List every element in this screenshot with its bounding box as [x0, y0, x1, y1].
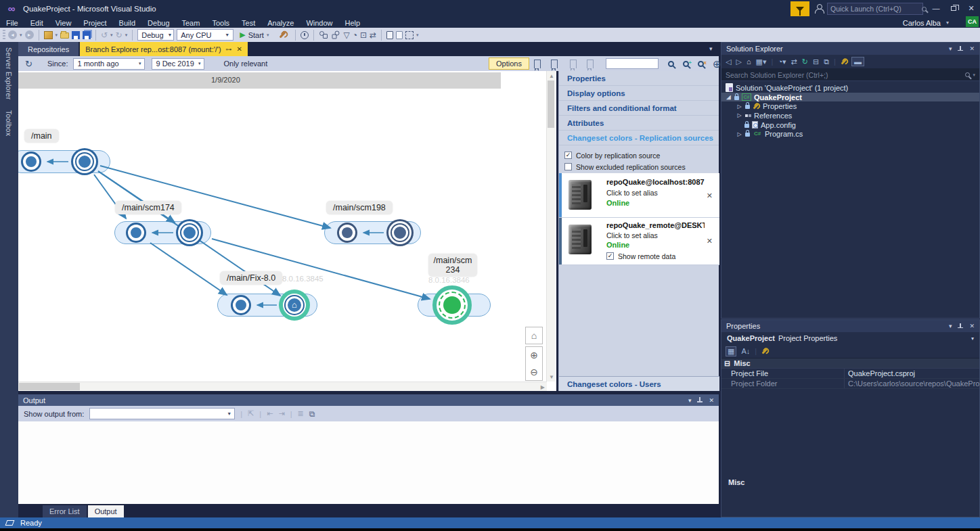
solution-platform-dropdown[interactable]: Any CPU▼ — [177, 29, 233, 41]
scroll-up-icon[interactable]: ▲ — [549, 73, 554, 79]
panel-link-filters[interactable]: Filters and conditional format — [559, 101, 719, 116]
sync-selection-icon[interactable]: ⇄ — [791, 57, 797, 66]
menu-window[interactable]: Window — [300, 19, 338, 27]
menu-test[interactable]: Test — [236, 19, 261, 27]
tab-output[interactable]: Output — [88, 505, 124, 517]
feedback-icon[interactable] — [814, 4, 824, 13]
new-project-icon[interactable] — [44, 31, 53, 39]
menu-debug[interactable]: Debug — [141, 19, 175, 27]
bookmark-next-icon[interactable] — [587, 60, 594, 68]
clear-all-icon[interactable]: ≣ — [298, 409, 304, 418]
changeset-node[interactable] — [76, 154, 93, 170]
close-icon[interactable]: ✕ — [969, 323, 975, 329]
tab-branch-explorer[interactable]: Branch Explorer rep...ost:8087 (mount:'/… — [80, 42, 248, 56]
close-button[interactable]: ✕ — [962, 0, 980, 16]
changeset-node[interactable] — [181, 225, 198, 241]
pin-icon[interactable] — [697, 397, 703, 403]
panel-link-changeset-colors-users[interactable]: Changeset colors - Users — [559, 376, 719, 391]
output-source-dropdown[interactable]: ▼ — [89, 408, 235, 419]
branch-label-main[interactable]: /main — [24, 129, 59, 143]
checkbox-checked-icon[interactable]: ✓ — [564, 152, 572, 159]
menu-project[interactable]: Project — [77, 19, 112, 27]
window-menu-caret-icon[interactable]: ▾ — [688, 397, 692, 404]
workspace-icon[interactable]: ⊡ — [360, 30, 367, 40]
vertical-scrollbar[interactable]: ▲ ▼ — [546, 71, 555, 382]
search-next-icon[interactable]: + — [683, 61, 689, 67]
date-picker[interactable]: 9 Dec 2019▾ — [152, 58, 204, 70]
search-icon[interactable] — [668, 61, 674, 67]
diagram-home-button[interactable]: ⌂ — [525, 327, 543, 344]
user-account-caret-icon[interactable]: ▾ — [946, 20, 949, 26]
changeset-node[interactable] — [339, 225, 355, 241]
previous-message-icon[interactable]: ⇤ — [267, 409, 273, 418]
options-button[interactable]: Options — [489, 57, 529, 70]
selection-box-icon[interactable] — [405, 31, 414, 39]
window-menu-caret-icon[interactable]: ▾ — [949, 323, 952, 329]
refresh-icon[interactable]: ↻ — [25, 59, 32, 69]
restore-button[interactable] — [945, 0, 962, 16]
output-content[interactable] — [18, 421, 719, 504]
pin-icon[interactable] — [958, 323, 963, 329]
checkbox-checked-icon[interactable]: ✓ — [606, 252, 614, 260]
property-value[interactable]: QuakeProject.csproj — [845, 369, 979, 378]
workspace-home-node[interactable]: ⌂ — [286, 296, 303, 314]
source-name[interactable]: repoQuake_remote@DESKTOP-DO... — [606, 221, 705, 229]
close-icon[interactable]: ✕ — [707, 191, 713, 200]
filter-notifications-button[interactable] — [790, 1, 809, 16]
zoom-in-button[interactable]: ⊕ — [525, 346, 543, 364]
menu-tools[interactable]: Tools — [206, 19, 236, 27]
only-relevant-label[interactable]: Only relevant — [223, 60, 267, 68]
checkin-view-icon[interactable] — [396, 31, 403, 39]
replication-source-card[interactable]: repoQuake_remote@DESKTOP-DO... Click to … — [559, 218, 719, 265]
sync-icon[interactable]: ⇄ — [370, 30, 376, 40]
output-title-bar[interactable]: Output ▾ ✕ — [18, 394, 719, 406]
tab-error-list[interactable]: Error List — [43, 505, 87, 517]
menu-help[interactable]: Help — [339, 19, 367, 27]
navigate-forward-icon[interactable]: ▸ — [25, 30, 34, 39]
tree-item-project[interactable]: ◢ C# QuakeProject — [721, 93, 979, 102]
forward-icon[interactable]: ▷ — [736, 57, 741, 66]
checkbox-row-color-by-source[interactable]: ✓ Color by replication source — [559, 149, 719, 161]
user-account-name[interactable]: Carlos Alba — [903, 19, 941, 27]
search-clear-icon[interactable]: x — [698, 61, 704, 67]
wrench-icon[interactable] — [841, 59, 846, 64]
collapse-all-icon[interactable]: ⊟ — [813, 57, 819, 66]
bookmark-back-icon[interactable] — [551, 60, 558, 68]
save-all-icon[interactable] — [83, 31, 91, 39]
menu-view[interactable]: View — [49, 19, 78, 27]
tree-item-appconfig[interactable]: App.config — [721, 120, 979, 130]
navigate-back-caret-icon[interactable]: ▾ — [20, 32, 22, 38]
source-alias-hint[interactable]: Click to set alias — [606, 189, 658, 197]
changeset-node[interactable] — [23, 154, 39, 170]
new-project-caret-icon[interactable]: ▾ — [55, 32, 58, 38]
items-view-icon[interactable] — [386, 31, 393, 39]
sidebar-tab-server-explorer[interactable]: Server Explorer — [5, 42, 13, 105]
properties-object-selector[interactable]: QuakeProject Project Properties ▾ — [721, 332, 979, 344]
next-message-icon[interactable]: ⇥ — [278, 409, 284, 418]
menu-build[interactable]: Build — [113, 19, 141, 27]
quick-launch-input[interactable] — [830, 5, 922, 13]
toolbar-grip[interactable] — [3, 30, 5, 40]
changeset-node[interactable] — [128, 225, 144, 241]
home-icon[interactable]: ⌂ — [747, 57, 751, 66]
switch-views-icon[interactable]: ▦▾ — [756, 57, 767, 66]
checkbox-row-show-excluded[interactable]: Show excluded replication sources — [559, 161, 719, 172]
undo-icon[interactable]: ↺ — [101, 30, 108, 40]
property-category-misc[interactable]: ⊟ Misc — [721, 359, 979, 369]
menu-file[interactable]: File — [0, 19, 24, 27]
horizontal-scrollbar[interactable]: ▶ — [18, 382, 547, 391]
close-icon[interactable]: ✕ — [709, 397, 714, 404]
redo-caret-icon[interactable]: ▾ — [125, 32, 128, 38]
branch-label-scm198[interactable]: /main/scm198 — [326, 201, 393, 214]
bookmark-prev-icon[interactable] — [570, 60, 577, 68]
user-avatar[interactable]: CA — [966, 16, 979, 27]
toolbar-overflow-icon[interactable]: ▾ — [416, 32, 419, 38]
changeset-node[interactable] — [392, 225, 408, 241]
menu-edit[interactable]: Edit — [24, 19, 49, 27]
pin-icon[interactable]: ⊶ — [226, 46, 232, 53]
source-alias-hint[interactable]: Click to set alias — [606, 231, 658, 239]
attach-tool-icon[interactable] — [280, 32, 286, 39]
goto-message-icon[interactable]: ⇱ — [248, 409, 254, 418]
bookmark-icon[interactable] — [534, 60, 541, 68]
branch-label-scm234[interactable]: /main/scm 234 — [428, 254, 477, 277]
